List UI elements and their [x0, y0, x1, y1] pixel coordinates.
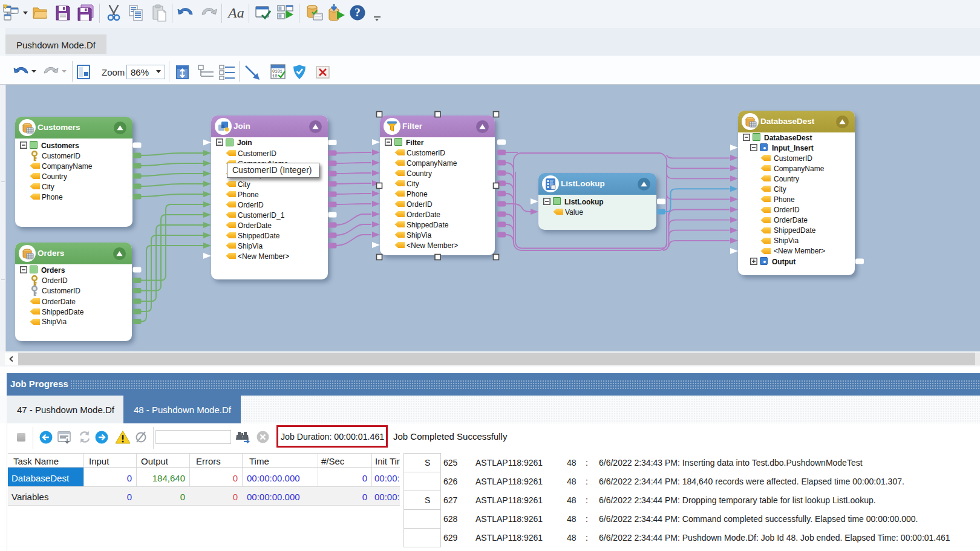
svg-text:?: ? — [354, 6, 361, 19]
svg-text:0101: 0101 — [272, 69, 283, 74]
svg-text:10: 10 — [272, 74, 277, 79]
